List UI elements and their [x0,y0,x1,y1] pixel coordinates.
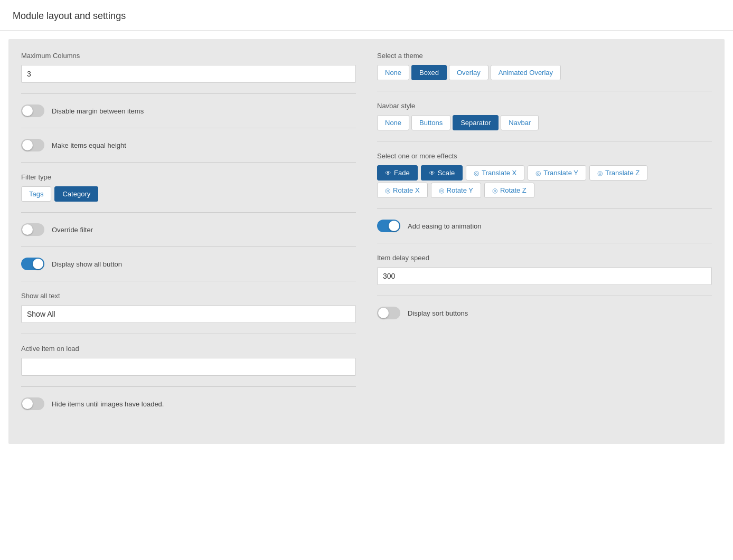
disable-margin-row: Disable margin between items [21,105,356,117]
filter-tags-button[interactable]: Tags [21,186,51,202]
add-easing-slider [377,220,400,232]
effect-translate-z-button[interactable]: ◎ Translate Z [589,165,647,181]
navbar-style-section: Navbar style None Buttons Separator Navb… [377,102,712,141]
add-easing-row: Add easing to animation [377,220,712,232]
filter-type-label: Filter type [21,173,356,181]
hide-items-toggle[interactable] [21,397,44,410]
select-theme-label: Select a theme [377,52,712,60]
right-column: Select a theme None Boxed Overlay Animat… [377,52,712,431]
item-delay-label: Item delay speed [377,254,712,262]
display-sort-row: Display sort buttons [377,307,712,319]
show-all-text-label: Show all text [21,292,356,300]
effects-button-group: 👁 Fade 👁 Scale ◎ Translate X ◎ Translate… [377,165,712,181]
main-panel: Maximum Columns Disable margin between i… [8,39,725,444]
show-all-text-input[interactable] [21,305,356,323]
display-show-all-row: Display show all button [21,258,356,270]
effects-label: Select one or more effects [377,152,712,160]
add-easing-label: Add easing to animation [408,222,481,230]
max-columns-label: Maximum Columns [21,52,356,60]
override-filter-section: Override filter [21,223,356,247]
filter-category-button[interactable]: Category [54,186,98,202]
show-all-text-section: Show all text [21,292,356,334]
disable-margin-slider [21,105,44,117]
active-item-section: Active item on load [21,345,356,387]
hide-items-row: Hide items until images have loaded. [21,397,356,410]
effect-scale-button[interactable]: 👁 Scale [421,165,463,181]
equal-height-section: Make items equal height [21,139,356,163]
disable-margin-toggle[interactable] [21,105,44,117]
display-sort-label: Display sort buttons [408,309,468,317]
equal-height-label: Make items equal height [52,141,126,149]
effect-rotate-y-button[interactable]: ◎ Rotate Y [431,183,481,198]
effects-section: Select one or more effects 👁 Fade 👁 Scal… [377,152,712,209]
eye-off-icon: ◎ [492,187,497,194]
item-delay-input[interactable] [377,267,712,285]
display-sort-section: Display sort buttons [377,307,712,330]
effect-translate-x-button[interactable]: ◎ Translate X [466,165,524,181]
display-sort-slider [377,307,400,319]
effect-rotate-x-button[interactable]: ◎ Rotate X [377,183,428,198]
display-show-all-section: Display show all button [21,258,356,281]
disable-margin-section: Disable margin between items [21,105,356,128]
navbar-buttons-button[interactable]: Buttons [411,115,450,130]
effect-rotate-z-button[interactable]: ◎ Rotate Z [484,183,534,198]
equal-height-row: Make items equal height [21,139,356,151]
eye-off-icon: ◎ [385,187,390,194]
equal-height-toggle[interactable] [21,139,44,151]
eye-off-icon: ◎ [535,169,541,177]
display-sort-toggle[interactable] [377,307,400,319]
override-filter-toggle[interactable] [21,223,44,236]
item-delay-section: Item delay speed [377,254,712,296]
effect-fade-button[interactable]: 👁 Fade [377,165,418,181]
active-item-label: Active item on load [21,345,356,353]
hide-items-section: Hide items until images have loaded. [21,397,356,421]
page-title: Module layout and settings [13,11,720,22]
effects-row-2: ◎ Rotate X ◎ Rotate Y ◎ Rotate Z [377,183,712,198]
max-columns-section: Maximum Columns [21,52,356,94]
override-filter-label: Override filter [52,226,93,234]
filter-type-section: Filter type Tags Category [21,173,356,213]
active-item-input[interactable] [21,358,356,376]
theme-button-group: None Boxed Overlay Animated Overlay [377,65,712,80]
navbar-style-label: Navbar style [377,102,712,110]
hide-items-label: Hide items until images have loaded. [52,400,164,408]
hide-items-slider [21,397,44,410]
equal-height-slider [21,139,44,151]
theme-none-button[interactable]: None [377,65,409,80]
filter-type-group: Tags Category [21,186,356,202]
add-easing-section: Add easing to animation [377,220,712,243]
page-header: Module layout and settings [0,0,733,31]
eye-icon: 👁 [429,169,435,177]
eye-off-icon: ◎ [597,169,603,177]
eye-off-icon: ◎ [474,169,479,177]
eye-off-icon: ◎ [439,187,444,194]
select-theme-section: Select a theme None Boxed Overlay Animat… [377,52,712,91]
override-filter-row: Override filter [21,223,356,236]
display-show-all-label: Display show all button [52,260,122,268]
theme-animated-overlay-button[interactable]: Animated Overlay [491,65,561,80]
eye-icon: 👁 [385,169,391,177]
effect-translate-y-button[interactable]: ◎ Translate Y [528,165,586,181]
display-show-all-slider [21,258,44,270]
add-easing-toggle[interactable] [377,220,400,232]
navbar-navbar-button[interactable]: Navbar [501,115,539,130]
theme-overlay-button[interactable]: Overlay [449,65,488,80]
theme-boxed-button[interactable]: Boxed [411,65,447,80]
display-show-all-toggle[interactable] [21,258,44,270]
disable-margin-label: Disable margin between items [52,107,144,115]
navbar-none-button[interactable]: None [377,115,409,130]
navbar-separator-button[interactable]: Separator [453,115,499,130]
navbar-button-group: None Buttons Separator Navbar [377,115,712,130]
max-columns-input[interactable] [21,65,356,83]
override-filter-slider [21,223,44,236]
left-column: Maximum Columns Disable margin between i… [21,52,356,431]
